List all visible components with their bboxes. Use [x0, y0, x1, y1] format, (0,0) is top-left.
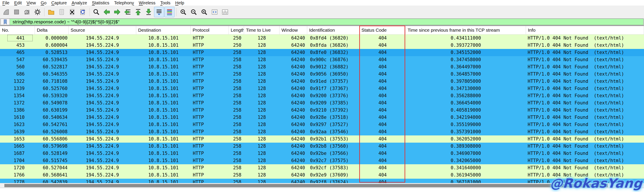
packet-cell: 64240 [280, 179, 307, 183]
horizontal-scrollbar[interactable] [0, 183, 644, 188]
column-header-status-code[interactable]: Status Code [360, 26, 406, 34]
stop-capture-button[interactable] [12, 7, 22, 17]
packet-row-1623[interactable]: 162360.542761194.55.224.910.8.15.101HTTP… [0, 121, 644, 128]
packet-row-1665[interactable]: 166560.579698194.55.224.910.8.15.101HTTP… [0, 143, 644, 150]
start-capture-button[interactable] [1, 7, 11, 17]
details-pane-edge [0, 188, 644, 192]
stop-square-icon [13, 8, 20, 16]
packet-cell: 194.55.224.9 [69, 107, 136, 114]
packet-row-1778[interactable]: 177860.542839194.55.224.910.8.15.101HTTP… [0, 179, 644, 183]
column-header-no[interactable]: No. [0, 26, 35, 34]
packet-cell: 128 [244, 63, 280, 70]
zoom-reset-button[interactable] [199, 7, 209, 17]
column-header-window[interactable]: Window [280, 26, 307, 34]
packet-row-1339[interactable]: 133960.525760194.55.224.910.8.15.101HTTP… [0, 85, 644, 92]
go-to-top-button[interactable] [133, 7, 143, 17]
layout-chooser-button[interactable]: 123 [220, 7, 230, 17]
menu-view[interactable]: View [24, 0, 38, 6]
packet-cell: HTTP/1.0 404 Not Found (text/html) [526, 42, 644, 49]
packet-cell: HTTP/1.0 404 Not Found (text/html) [526, 100, 644, 107]
menu-telephony[interactable]: Telephony [112, 0, 136, 6]
filter-bookmark-button[interactable] [1, 19, 10, 25]
packet-row-1639[interactable]: 163960.526008194.55.224.910.8.15.101HTTP… [0, 128, 644, 135]
menu-capture[interactable]: Capture [49, 0, 69, 6]
auto-scroll-button[interactable] [154, 7, 164, 17]
reload-file-button[interactable] [78, 7, 88, 17]
menu-edit[interactable]: Edit [12, 0, 24, 6]
go-forward-button[interactable] [112, 7, 122, 17]
capture-options-button[interactable] [32, 7, 42, 17]
packet-row-1386[interactable]: 138660.630199194.55.224.910.8.15.101HTTP… [0, 107, 644, 114]
open-file-button[interactable] [46, 7, 56, 17]
colorize-icon [166, 8, 173, 16]
menu-analyze[interactable]: Analyze [69, 0, 90, 6]
packet-row-1354[interactable]: 135460.539320194.55.224.910.8.15.101HTTP… [0, 92, 644, 100]
packet-row-1766[interactable]: 176660.568641194.55.224.910.8.15.101HTTP… [0, 171, 644, 179]
go-to-bottom-button[interactable] [144, 7, 154, 17]
packet-row-1372[interactable]: 137260.549078194.55.224.910.8.15.101HTTP… [0, 100, 644, 107]
column-header-destination[interactable]: Destination [136, 26, 191, 34]
save-file-button[interactable] [57, 7, 67, 17]
packet-cell: 128 [244, 135, 280, 143]
packet-cell: 60.527044 [35, 164, 69, 171]
packet-row-465[interactable]: 4650.528513194.55.224.910.8.15.101HTTP25… [0, 49, 644, 56]
packet-row-1653[interactable]: 165360.556806194.55.224.910.8.15.101HTTP… [0, 135, 644, 143]
packet-row-686[interactable]: 68660.546355194.55.224.910.8.15.101HTTP2… [0, 70, 644, 78]
zoom-in-button[interactable] [178, 7, 188, 17]
packet-cell: HTTP/1.0 404 Not Found (text/html) [526, 49, 644, 56]
column-header-info[interactable]: Info [526, 26, 644, 34]
column-header-identification[interactable]: Identification [307, 26, 360, 34]
packet-row-1704[interactable]: 170460.515745194.55.224.910.8.15.101HTTP… [0, 157, 644, 164]
packet-cell: HTTP [191, 171, 229, 179]
packet-row-1322[interactable]: 132260.718108194.55.224.910.8.15.101HTTP… [0, 78, 644, 85]
column-header-time-since-previous-frame-in-this-tcp-stream[interactable]: Time since previous frame in this TCP st… [406, 26, 526, 34]
packet-cell: 0.366454000 [406, 100, 526, 107]
packet-cell: 258 [229, 150, 244, 157]
packet-cell: 404 [360, 171, 406, 179]
packet-cell: HTTP [191, 150, 229, 157]
zoom-out-button[interactable] [189, 7, 199, 17]
menu-help[interactable]: Help [173, 0, 186, 6]
packet-row-1720[interactable]: 172060.527044194.55.224.910.8.15.101HTTP… [0, 164, 644, 171]
packet-row-453[interactable]: 4530.600004194.55.224.910.8.15.101HTTP25… [0, 42, 644, 49]
packet-cell: 404 [360, 143, 406, 150]
column-header-protocol[interactable]: Protocol [191, 26, 229, 34]
packet-cell: 0.405819000 [406, 107, 526, 114]
packet-cell: 194.55.224.9 [69, 49, 136, 56]
menu-statistics[interactable]: Statistics [90, 0, 112, 6]
packet-row-1687[interactable]: 168760.528149194.55.224.910.8.15.101HTTP… [0, 150, 644, 157]
menu-wireless[interactable]: Wireless [136, 0, 158, 6]
packet-cell: 60.528149 [35, 150, 69, 157]
go-to-packet-button[interactable] [123, 7, 133, 17]
packet-cell: 60.579698 [35, 143, 69, 150]
close-file-button[interactable] [67, 7, 77, 17]
menu-file[interactable]: File [0, 0, 12, 6]
restart-capture-button[interactable] [22, 7, 32, 17]
packet-cell: 60.526008 [35, 128, 69, 135]
packet-cell: 0x8fda (36826) [307, 42, 360, 49]
packet-row-547[interactable]: 54760.539435194.55.224.910.8.15.101HTTP2… [0, 56, 644, 63]
colorize-button[interactable] [164, 7, 174, 17]
column-header-source[interactable]: Source [69, 26, 136, 34]
packet-cell: 64240 [280, 114, 307, 121]
packet-cell: 404 [360, 70, 406, 78]
packet-cell: 404 [360, 78, 406, 85]
display-filter-input[interactable]: string(http.response.code) ~ "^4[0-9]{2}… [0, 19, 644, 25]
menu-tools[interactable]: Tools [158, 0, 173, 6]
resize-columns-button[interactable] [210, 7, 220, 17]
column-header-time-to-live[interactable]: Time to Live [244, 26, 280, 34]
column-header-length[interactable]: Length [229, 26, 244, 34]
packet-cell: HTTP [191, 70, 229, 78]
packet-cell: 128 [244, 121, 280, 128]
packet-row-441[interactable]: 4410.000000194.55.224.910.8.15.101HTTP25… [0, 35, 644, 42]
packet-cell: 64240 [280, 42, 307, 49]
packet-cell: 10.8.15.101 [136, 85, 191, 92]
menu-go[interactable]: Go [38, 0, 49, 6]
go-back-button[interactable] [102, 7, 112, 17]
packet-row-1610[interactable]: 161060.540634194.55.224.910.8.15.101HTTP… [0, 114, 644, 121]
scrollbar-thumb[interactable] [4, 184, 608, 187]
column-header-delta[interactable]: Delta [35, 26, 69, 34]
packet-row-560[interactable]: 56060.522817194.55.224.910.8.15.101HTTP2… [0, 63, 644, 70]
packet-cell: 194.55.224.9 [69, 171, 136, 179]
find-packet-button[interactable] [91, 7, 101, 17]
